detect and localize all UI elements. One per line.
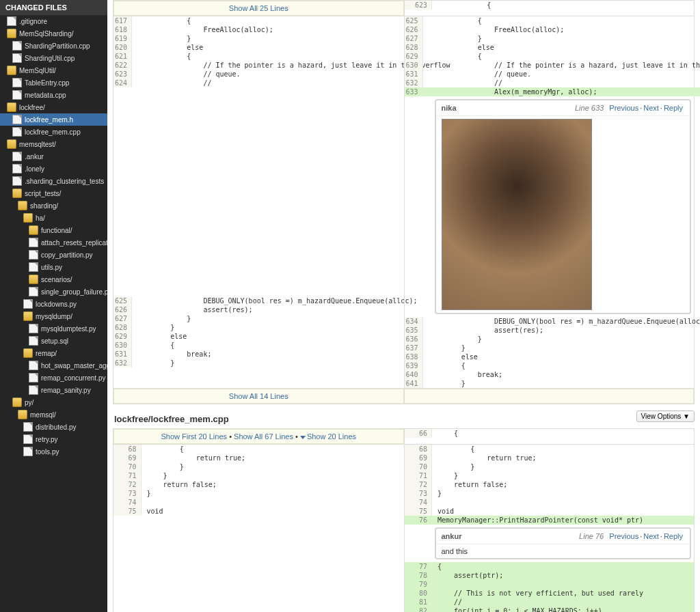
sidebar-item[interactable]: attach_resets_replication_master. — [0, 236, 107, 249]
code-line[interactable]: { — [432, 445, 695, 454]
code-line[interactable] — [432, 580, 695, 589]
code-line[interactable]: } — [422, 335, 700, 344]
code-line[interactable] — [141, 498, 404, 507]
sidebar-item-label: remap_concurrent.py — [41, 374, 106, 382]
sidebar-item[interactable]: .lonely — [0, 163, 107, 175]
code-line[interactable]: MemoryManager::PrintHazardPointer(const … — [432, 516, 695, 525]
code-line[interactable]: FreeAlloc(alloc); — [422, 25, 700, 34]
code-line[interactable]: } — [422, 379, 700, 388]
code-line[interactable]: { — [432, 562, 695, 571]
code-line[interactable]: { — [132, 341, 420, 350]
code-line[interactable]: // This is not very efficient, but used … — [432, 589, 695, 598]
code-line[interactable]: break; — [422, 370, 700, 379]
comment-prev-link[interactable]: Previous — [609, 104, 638, 112]
sidebar-item[interactable]: copy_partition.py — [0, 249, 107, 261]
sidebar-item[interactable]: MemSqlUtil/ — [0, 64, 107, 76]
code-line[interactable]: { — [422, 16, 700, 25]
code-line[interactable]: } — [432, 489, 695, 498]
comment-prev-link[interactable]: Previous — [609, 532, 638, 540]
sidebar-item[interactable]: lockfree/ — [0, 101, 107, 113]
code-line[interactable]: return true; — [141, 454, 404, 462]
comment-next-link[interactable]: Next — [643, 104, 659, 112]
sidebar-item[interactable]: .sharding_clustering_tests — [0, 175, 107, 187]
show-all-link[interactable]: Show All 67 Lines — [234, 432, 293, 441]
code-line[interactable]: else — [422, 43, 700, 52]
code-line[interactable]: } — [141, 489, 404, 498]
code-line[interactable]: assert(res); — [132, 305, 420, 314]
code-line[interactable]: // queue. — [422, 70, 700, 79]
code-line[interactable]: } — [141, 462, 404, 471]
code-line[interactable]: { — [422, 361, 700, 370]
sidebar-item[interactable]: mysqldumptest.py — [0, 322, 107, 335]
code-line[interactable]: } — [141, 471, 404, 480]
code-line[interactable]: break; — [132, 350, 420, 359]
sidebar-item[interactable]: scenarios/ — [0, 273, 107, 286]
sidebar-item[interactable]: hot_swap_master_aggregator.py — [0, 359, 107, 372]
sidebar-item[interactable]: ha/ — [0, 212, 107, 224]
sidebar-item[interactable]: retry.py — [0, 433, 107, 445]
code-line[interactable]: return true; — [432, 454, 695, 462]
sidebar-item[interactable]: lockfree_mem.cpp — [0, 126, 107, 138]
code-line[interactable]: assert(ptr); — [432, 571, 695, 580]
sidebar-item[interactable]: MemSqlSharding/ — [0, 27, 107, 40]
code-line[interactable]: // — [422, 79, 700, 87]
code-line[interactable]: } — [132, 314, 420, 323]
show-all-bottom-link[interactable]: Show All 14 Lines — [229, 392, 288, 400]
sidebar-item[interactable]: remap_concurrent.py — [0, 372, 107, 384]
sidebar-item[interactable]: memsqltest/ — [0, 138, 107, 150]
sidebar-item[interactable]: TableEntry.cpp — [0, 76, 107, 89]
sidebar-item-label: scenarios/ — [41, 276, 72, 283]
sidebar-item[interactable]: utils.py — [0, 261, 107, 273]
code-line[interactable]: return false; — [432, 480, 695, 489]
comment-reply-link[interactable]: Reply — [664, 104, 683, 112]
code-line[interactable]: DEBUG_ONLY(bool res =) m_hazardQueue.Enq… — [422, 317, 700, 326]
code-line[interactable]: } — [422, 344, 700, 352]
code-line[interactable]: } — [432, 471, 695, 480]
code-line[interactable]: Alex(m_memoryMgr, alloc); — [422, 87, 700, 96]
code-line[interactable] — [432, 498, 695, 507]
comment-next-link[interactable]: Next — [643, 532, 659, 540]
code-line[interactable]: } — [432, 462, 695, 471]
show20-link[interactable]: Show 20 Lines — [307, 432, 356, 441]
sidebar-item[interactable]: setup.sql — [0, 335, 107, 347]
sidebar-item[interactable]: .gitignore — [0, 15, 107, 27]
sidebar-item[interactable]: distributed.py — [0, 421, 107, 433]
sidebar-item[interactable]: memsql/ — [0, 408, 107, 421]
sidebar-item[interactable]: ShardingPartition.cpp — [0, 40, 107, 52]
sidebar-item[interactable]: functional/ — [0, 224, 107, 236]
code-line[interactable]: DEBUG_ONLY(bool res =) m_hazardQueue.Enq… — [132, 296, 420, 305]
code-line[interactable]: void — [432, 507, 695, 516]
code-line[interactable]: } — [422, 34, 700, 43]
sidebar-item[interactable]: lockfree_mem.h — [0, 113, 107, 126]
sidebar-item[interactable]: tools.py — [0, 445, 107, 458]
sidebar-item[interactable]: .ankur — [0, 150, 107, 163]
sidebar-item[interactable]: single_group_failure.py — [0, 286, 107, 298]
code-line[interactable]: // If the pointer is a hazard, just leav… — [422, 61, 700, 70]
code-line[interactable]: { — [141, 445, 404, 454]
sidebar-item[interactable]: metadata.cpp — [0, 89, 107, 101]
code-line[interactable]: { — [422, 52, 700, 61]
show-first-link[interactable]: Show First 20 Lines — [161, 432, 227, 441]
code-line[interactable]: // — [432, 598, 695, 607]
code-line[interactable]: else — [422, 352, 700, 361]
show-all-top-link[interactable]: Show All 25 Lines — [229, 4, 288, 12]
sidebar-item[interactable]: lockdowns.py — [0, 298, 107, 310]
sidebar-item[interactable]: remap_sanity.py — [0, 384, 107, 396]
sidebar-item[interactable]: ShardingUtil.cpp — [0, 52, 107, 64]
code-line[interactable]: return false; — [141, 480, 404, 489]
comment-reply-link[interactable]: Reply — [664, 532, 683, 540]
code-line[interactable]: assert(res); — [422, 326, 700, 335]
line-number: 618 — [113, 25, 132, 34]
code-line[interactable]: } — [132, 323, 420, 332]
code-line[interactable]: for(int i = 0; i < MAX_HAZARDS; i++) — [432, 607, 695, 612]
sidebar-item[interactable]: py/ — [0, 396, 107, 408]
sidebar-item[interactable]: remap/ — [0, 347, 107, 359]
file-icon — [29, 250, 38, 260]
view-options-button[interactable]: View Options ▼ — [636, 411, 695, 422]
code-line[interactable]: } — [132, 359, 420, 367]
sidebar-item[interactable]: script_tests/ — [0, 187, 107, 199]
code-line[interactable]: void — [141, 507, 404, 516]
sidebar-item[interactable]: mysqldump/ — [0, 310, 107, 322]
sidebar-item[interactable]: sharding/ — [0, 199, 107, 212]
code-line[interactable]: else — [132, 332, 420, 341]
